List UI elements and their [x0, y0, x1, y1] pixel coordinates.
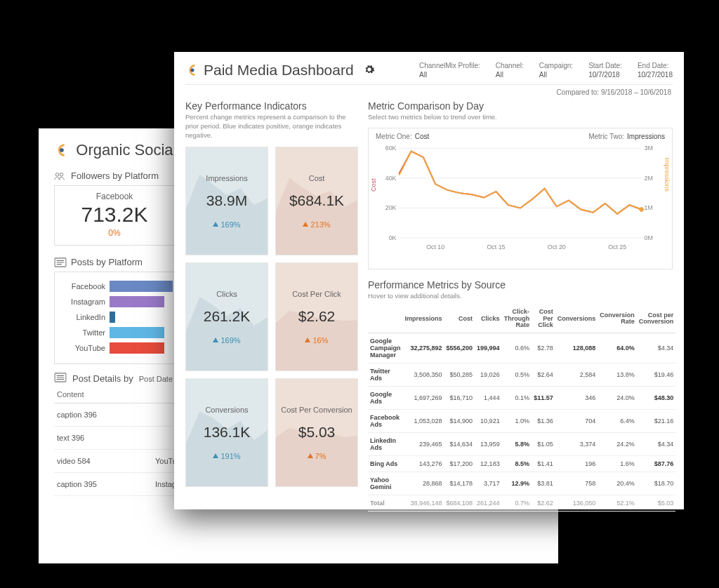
followers-icon [54, 171, 67, 181]
metric-section-title: Metric Comparison by Day [368, 100, 673, 112]
kpi-label: Conversions [205, 406, 248, 414]
kpi-cost-per-click[interactable]: Cost Per Click$2.6216% [275, 262, 358, 371]
post-details-label: Post Details by [72, 373, 133, 384]
posts-icon [54, 258, 67, 267]
posts-section-label: Posts by Platform [71, 257, 143, 267]
perf-col: Cost per Conversion [637, 305, 676, 333]
kpi-delta: 191% [213, 452, 240, 460]
kpi-delta: 169% [213, 336, 240, 345]
tile-name: Facebook [58, 192, 171, 201]
perf-col: Impressions [403, 305, 444, 333]
perf-col: Conversion Rate [598, 305, 637, 333]
kpi-delta: 169% [213, 220, 240, 229]
kpi-impressions[interactable]: Impressions38.9M169% [185, 147, 268, 255]
kpi-section-title: Key Performance Indicators [185, 100, 358, 112]
kpi-conversions[interactable]: Conversions136.1K191% [185, 378, 268, 487]
brand-logo-icon [54, 142, 70, 158]
svg-text:0K: 0K [389, 234, 397, 241]
perf-col: Clicks [475, 305, 502, 333]
kpi-cost[interactable]: Cost$684.1K213% [275, 147, 358, 255]
kpi-label: Cost [309, 174, 325, 182]
svg-point-5 [191, 69, 194, 72]
kpi-cost-per-conversion[interactable]: Cost Per Conversion$5.037% [275, 378, 358, 487]
filter-enddate[interactable]: End Date:10/27/2018 [638, 62, 673, 79]
table-row[interactable]: Twitter Ads3,508,350$50,28519,0260.5%$2.… [368, 363, 675, 387]
tile-value: 713.2K [58, 203, 171, 227]
brand-logo-icon [185, 63, 199, 77]
followers-section-label: Followers by Platform [71, 171, 159, 181]
kpi-value: $5.03 [298, 424, 336, 441]
svg-text:Oct 25: Oct 25 [608, 243, 626, 250]
kpi-delta: 16% [305, 336, 328, 345]
perf-col: Cost Per Click [532, 305, 555, 333]
svg-text:20K: 20K [385, 204, 397, 211]
kpi-label: Clicks [216, 290, 237, 298]
svg-text:Oct 20: Oct 20 [548, 243, 566, 250]
kpi-delta: 213% [303, 220, 330, 229]
svg-text:60K: 60K [385, 145, 397, 152]
kpi-value: 136.1K [204, 424, 251, 441]
svg-text:Oct 10: Oct 10 [426, 243, 444, 250]
tile-delta: 0% [58, 228, 171, 238]
perf-col: Click-Through Rate [502, 305, 532, 333]
filter-channelmixprofile[interactable]: ChannelMix Profile:All [419, 62, 480, 79]
perf-section-title: Performance Metrics by Source [368, 279, 673, 290]
svg-point-2 [60, 173, 63, 176]
right-axis-label: Impressions [664, 157, 671, 192]
perf-section-subtitle: Hover to view additional details. [368, 292, 673, 301]
performance-table: ImpressionsCostClicksClick-Through RateC… [368, 305, 675, 512]
compared-to-text: Compared to: 9/16/2018 – 10/6/2018 [187, 88, 671, 96]
perf-col [368, 305, 403, 333]
table-row[interactable]: Bing Ads143,276$17,20012,1838.5%$1.41196… [368, 456, 675, 472]
filter-startdate[interactable]: Start Date:10/7/2018 [588, 62, 622, 79]
kpi-value: 261.2K [204, 308, 251, 325]
svg-point-23 [640, 207, 644, 211]
table-row-total: Total38,946,148$684,108261,2440.7%$2.621… [368, 495, 675, 512]
table-row[interactable]: Facebook Ads1,053,028$14,90010,9211.0%$1… [368, 410, 675, 433]
metric-section-subtitle: Select two metrics below to trend over t… [368, 113, 673, 122]
kpi-value: $684.1K [289, 192, 344, 209]
post-details-sort[interactable]: Post Date [139, 375, 173, 383]
kpi-label: Cost Per Conversion [281, 406, 352, 414]
table-row[interactable]: LinkedIn Ads239,465$14,63413,9595.8%$1.0… [368, 433, 675, 456]
kpi-clicks[interactable]: Clicks261.2K169% [185, 262, 268, 371]
perf-col: Conversions [555, 305, 598, 333]
metric-comparison-chart: Metric One:Cost Metric Two:Impressions 0… [368, 128, 673, 269]
post-details-icon [54, 373, 67, 385]
col-content: Content [54, 386, 152, 403]
left-axis-label: Cost [370, 178, 377, 192]
paid-dashboard-card: Paid Media Dashboard ChannelMix Profile:… [174, 52, 684, 509]
kpi-value: 38.9M [206, 192, 247, 209]
facebook-followers-tile[interactable]: Facebook 713.2K 0% [55, 186, 174, 245]
kpi-label: Impressions [206, 174, 247, 182]
perf-col: Cost [444, 305, 475, 333]
paid-title: Paid Media Dashboard [204, 62, 354, 79]
kpi-value: $2.62 [298, 308, 336, 325]
table-row[interactable]: Google Ads1,697,269$16,7101,4440.1%$11.5… [368, 387, 675, 410]
svg-point-0 [60, 148, 64, 152]
gear-icon[interactable] [364, 64, 375, 77]
svg-text:0M: 0M [645, 234, 653, 241]
kpi-section-subtitle: Percent change metrics represent a compa… [185, 113, 358, 140]
metric-two-selector[interactable]: Metric Two:Impressions [588, 133, 665, 140]
svg-text:1M: 1M [645, 204, 653, 211]
svg-text:40K: 40K [385, 175, 397, 182]
svg-point-1 [55, 173, 59, 176]
svg-text:Oct 15: Oct 15 [487, 243, 505, 250]
filter-channel[interactable]: Channel:All [496, 62, 524, 79]
metric-one-selector[interactable]: Metric One:Cost [376, 133, 429, 140]
table-row[interactable]: Yahoo Gemini28,868$14,1783,71712.9%$3.81… [368, 472, 675, 495]
table-row[interactable]: Google Campaign Manager32,275,892$556,20… [368, 333, 675, 363]
svg-text:3M: 3M [645, 145, 653, 152]
kpi-delta: 7% [308, 452, 326, 460]
filter-campaign[interactable]: Campaign:All [539, 62, 573, 79]
svg-text:2M: 2M [645, 175, 653, 182]
kpi-label: Cost Per Click [292, 290, 341, 298]
